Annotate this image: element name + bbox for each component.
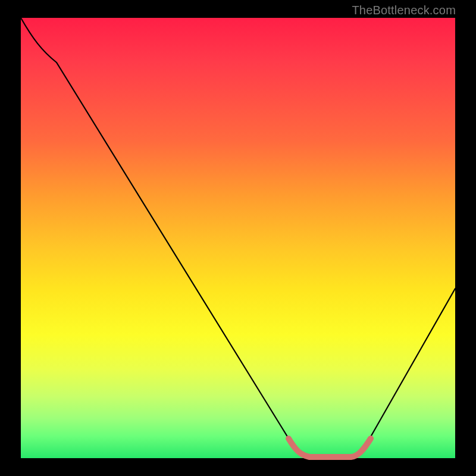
bottleneck-curve [21,18,455,457]
curve-layer [21,18,455,458]
chart-frame: TheBottleneck.com [0,0,476,476]
plot-area [21,18,455,458]
watermark-label: TheBottleneck.com [352,4,456,17]
optimal-range-highlight [289,439,371,457]
